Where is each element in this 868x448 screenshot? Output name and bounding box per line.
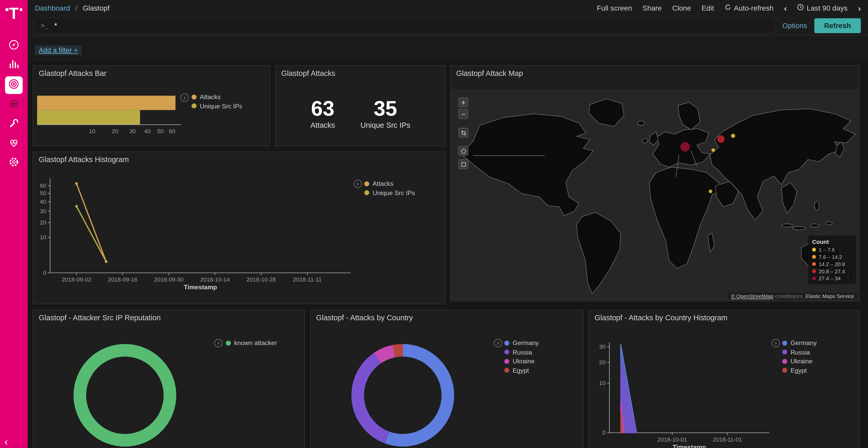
bar-attacks[interactable] xyxy=(37,96,176,110)
auto-refresh-button[interactable]: Auto-refresh xyxy=(724,4,773,12)
donut-chart[interactable] xyxy=(33,310,305,448)
time-range-label: Last 90 days xyxy=(807,4,847,12)
clone-button[interactable]: Clone xyxy=(672,4,691,12)
svg-text:Timestamp: Timestamp xyxy=(673,444,706,448)
legend-toggle-button[interactable]: › xyxy=(214,339,222,347)
elastic-maps-service-link[interactable]: Elastic Maps Service xyxy=(805,293,854,299)
world-map[interactable]: + − Count 1 – 7.67.6 – 14.214.2 – 20.820… xyxy=(451,89,859,301)
data-point[interactable] xyxy=(105,260,108,263)
series-line-Attacks[interactable] xyxy=(76,183,106,262)
legend-color-dot xyxy=(782,359,787,364)
time-range-picker[interactable]: Last 90 days xyxy=(797,4,847,12)
map-point[interactable] xyxy=(680,142,690,152)
breadcrumb-dashboard-link[interactable]: Dashboard xyxy=(35,4,70,12)
sidebar-item-dashboard[interactable] xyxy=(5,76,23,94)
legend-item-unique-src-ips[interactable]: Unique Src IPs xyxy=(364,189,415,196)
horizontal-bar-chart xyxy=(37,96,181,125)
main-area: Dashboard / Glastopf Full screen Share C… xyxy=(28,0,868,448)
legend-item-germany[interactable]: Germany xyxy=(504,340,538,346)
bar-chart-x-axis: 102030405060 xyxy=(37,128,181,136)
rectangle-icon xyxy=(460,161,467,168)
refresh-button[interactable]: Refresh xyxy=(814,18,861,33)
legend-label: Germany xyxy=(790,340,816,346)
collapse-nav-icon[interactable]: ‹ xyxy=(4,437,8,447)
legend-item-egypt[interactable]: Egypt xyxy=(782,367,816,374)
telekom-logo[interactable]: T xyxy=(5,3,23,26)
search-query-input[interactable]: >_ * xyxy=(35,18,775,33)
svg-text:30: 30 xyxy=(599,343,606,350)
map-point[interactable] xyxy=(731,134,735,138)
map-zoom-out-button[interactable]: − xyxy=(458,109,468,119)
sidebar-item-visualize[interactable] xyxy=(5,57,23,74)
area-chart[interactable]: 01020302018-10-012018-11-01Timestamp xyxy=(589,310,859,448)
sidebar-item-dev-tools[interactable] xyxy=(5,116,23,133)
crop-icon xyxy=(460,130,467,136)
legend-label: Russia xyxy=(513,349,532,355)
legend-toggle-button[interactable]: › xyxy=(772,339,780,347)
legend-color-dot xyxy=(812,255,816,259)
svg-text:2018-11-01: 2018-11-01 xyxy=(713,436,742,443)
svg-text:30: 30 xyxy=(40,208,46,214)
map-legend-title: Count xyxy=(812,238,852,245)
sidebar-item-management[interactable] xyxy=(5,155,23,171)
kibana-dashboard-app: T xyxy=(0,0,868,448)
data-point[interactable] xyxy=(75,182,78,185)
series-line-Unique Src IPs[interactable] xyxy=(76,206,106,262)
legend-item-known-attacker[interactable]: known attacker xyxy=(226,340,277,346)
sidebar-item-monitoring[interactable] xyxy=(5,136,23,152)
map-fit-bounds-button[interactable] xyxy=(458,128,468,138)
sidebar-item-discover[interactable] xyxy=(5,38,23,54)
legend-item-unique-src-ips[interactable]: Unique Src IPs xyxy=(191,103,242,109)
legend-toggle-button[interactable]: › xyxy=(354,180,362,188)
full-screen-button[interactable]: Full screen xyxy=(597,4,632,12)
time-back-icon[interactable]: ‹ xyxy=(784,4,787,12)
share-button[interactable]: Share xyxy=(643,4,661,12)
add-filter-link[interactable]: Add a filter + xyxy=(35,45,82,56)
legend-toggle-button[interactable]: › xyxy=(181,94,189,102)
legend-item-ukraine[interactable]: Ukraine xyxy=(782,358,816,365)
world-map-svg[interactable] xyxy=(451,89,859,301)
legend-item-ukraine[interactable]: Ukraine xyxy=(504,358,538,365)
edit-button[interactable]: Edit xyxy=(702,4,714,12)
map-point[interactable] xyxy=(711,148,715,152)
legend-color-dot xyxy=(812,269,816,273)
openstreetmap-link[interactable]: © OpenStreetMap xyxy=(731,293,773,299)
pie-slice-known-attacker[interactable] xyxy=(80,350,170,440)
logo-letter: T xyxy=(5,3,23,23)
legend-color-dot xyxy=(812,262,816,266)
svg-text:2018-09-02: 2018-09-02 xyxy=(62,276,91,283)
legend-item-russia[interactable]: Russia xyxy=(782,349,816,355)
polygon-icon xyxy=(460,148,467,154)
query-options-link[interactable]: Options xyxy=(782,22,807,30)
legend-label: Russia xyxy=(790,349,810,355)
metric-value: 35 xyxy=(361,98,410,119)
sidebar-item-honeypot[interactable] xyxy=(5,97,23,113)
legend-color-dot xyxy=(504,349,509,354)
legend-item-russia[interactable]: Russia xyxy=(504,349,538,355)
svg-text:60: 60 xyxy=(40,182,46,189)
legend-color-dot xyxy=(812,248,816,252)
line-chart[interactable]: 01020304050602018-09-022018-09-162018-09… xyxy=(33,152,445,304)
data-point[interactable] xyxy=(75,205,78,208)
legend-toggle-button[interactable]: › xyxy=(494,339,502,347)
metric-unique-src-ips: 35 Unique Src IPs xyxy=(361,98,410,129)
map-zoom-in-button[interactable]: + xyxy=(458,97,468,107)
legend-item-attacks[interactable]: Attacks xyxy=(191,94,242,100)
donut-chart[interactable] xyxy=(311,310,583,448)
legend-item-egypt[interactable]: Egypt xyxy=(504,367,538,374)
map-draw-polygon-button[interactable] xyxy=(458,146,468,156)
map-point[interactable] xyxy=(709,189,712,193)
map-draw-rectangle-button[interactable] xyxy=(458,159,468,169)
svg-text:2018-10-14: 2018-10-14 xyxy=(200,276,230,283)
attribution-text: contributors, xyxy=(773,293,805,299)
legend-color-dot xyxy=(226,340,231,345)
legend-item-germany[interactable]: Germany xyxy=(782,340,816,346)
bar-unique-src-ips[interactable] xyxy=(37,110,140,125)
svg-text:20: 20 xyxy=(599,359,606,366)
x-tick-label: 30 xyxy=(129,128,136,134)
legend-label: Attacks xyxy=(200,94,221,100)
map-point[interactable] xyxy=(717,135,725,143)
legend-item-attacks[interactable]: Attacks xyxy=(364,180,415,187)
time-forward-icon[interactable]: › xyxy=(858,4,861,12)
legend-label: Attacks xyxy=(373,180,394,187)
